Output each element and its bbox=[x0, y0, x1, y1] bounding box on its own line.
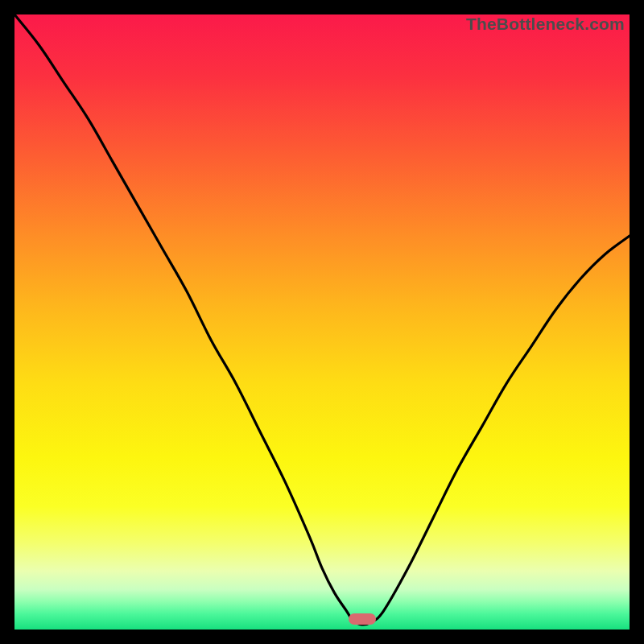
plot-area: TheBottleneck.com bbox=[14, 14, 630, 630]
optimal-marker bbox=[349, 613, 376, 625]
chart-frame: TheBottleneck.com bbox=[0, 0, 644, 644]
bottleneck-curve bbox=[14, 14, 630, 630]
